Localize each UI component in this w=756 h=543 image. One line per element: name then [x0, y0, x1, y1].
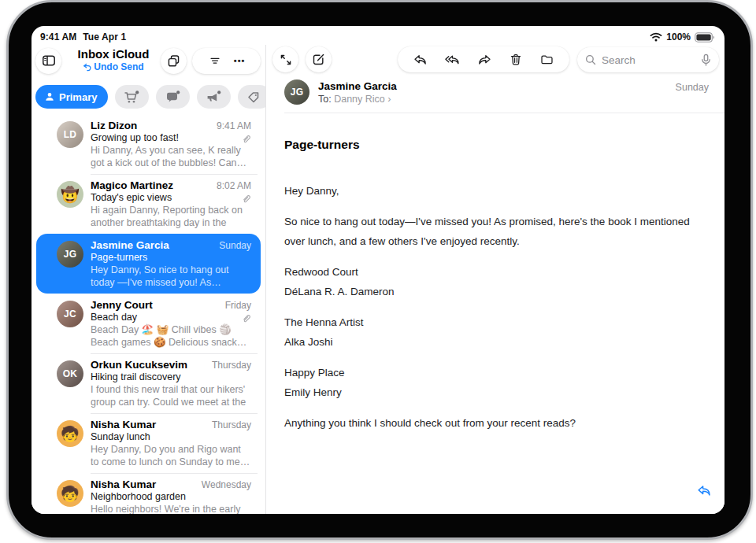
list-item[interactable]: LD Liz Dizon 9:41 AM Growing up too fast…: [36, 114, 261, 174]
avatar: 🤠: [57, 181, 83, 208]
list-item-subject: Sunday lunch: [91, 431, 251, 442]
tag-icon: [246, 90, 263, 105]
megaphone-icon: [206, 90, 222, 105]
body-paragraph: Anything you think I should check out fr…: [284, 413, 701, 433]
list-item-subject: Growing up too fast!: [91, 132, 251, 143]
category-chip-more[interactable]: [238, 85, 265, 109]
list-item-preview: Hey Danny, So nice to hang out today —I'…: [91, 264, 251, 289]
list-item-sender: Liz Dizon: [91, 120, 212, 131]
sidebar-toggle-button[interactable]: [35, 48, 61, 74]
category-chip-promotions[interactable]: [197, 85, 231, 109]
body-paragraph: Happy Place Emily Henry: [284, 363, 701, 402]
list-item-sender: Jasmine Garcia: [91, 239, 214, 251]
cart-icon: [124, 90, 140, 105]
sidebar-icon: [41, 53, 57, 68]
category-chips[interactable]: Primary: [35, 85, 265, 109]
to-label: To:: [318, 94, 332, 105]
list-item-sender: Orkun Kucuksevim: [91, 359, 207, 371]
reply-button[interactable]: [413, 52, 428, 67]
expand-button[interactable]: [272, 46, 298, 72]
body-paragraph: So nice to hang out today—I've missed yo…: [284, 212, 701, 251]
select-messages-button[interactable]: [161, 48, 187, 74]
chat-bubble-icon: [165, 90, 181, 105]
header-actions-pill: •••: [192, 48, 261, 74]
message-subject: Page-turners: [284, 138, 706, 152]
paperclip-icon: [242, 134, 250, 143]
message-header: JG Jasmine Garcia To: Danny Rico › Sunda…: [284, 79, 709, 105]
avatar: 🧒: [57, 480, 83, 507]
status-time: 9:41 AM: [40, 31, 76, 42]
list-item-preview: I found this new trail that our hikers' …: [91, 383, 251, 408]
copy-icon: [166, 54, 181, 68]
ipad-device-frame: 9:41 AMTue Apr 1 100%: [6, 0, 753, 540]
list-item[interactable]: 🧒 Nisha Kumar Wednesday Neighborhood gar…: [36, 473, 261, 514]
list-item-time: Thursday: [212, 419, 251, 430]
list-item-time: 9:41 AM: [217, 120, 251, 131]
battery-percent-label: 100%: [666, 31, 691, 42]
person-icon: [44, 91, 55, 102]
undo-send-label: Undo Send: [94, 61, 143, 72]
search-placeholder: Search: [602, 54, 695, 66]
reply-all-button[interactable]: [444, 52, 461, 67]
message-actions-pill: [398, 46, 569, 72]
message-toolbar: Search: [266, 46, 724, 73]
forward-button[interactable]: [477, 52, 492, 67]
list-item[interactable]: OK Orkun Kucuksevim Thursday Hiking trai…: [36, 353, 261, 413]
list-item-sender: Magico Martinez: [91, 179, 212, 191]
message-pane: Search JG Jasmine Garcia: [266, 45, 724, 514]
undo-icon: [83, 63, 91, 72]
message-body: Hey Danny, So nice to hang out today—I'v…: [284, 181, 701, 433]
compose-icon: [311, 52, 326, 67]
compose-button[interactable]: [306, 46, 332, 72]
list-item[interactable]: JG Jasmine Garcia Sunday Page-turners He…: [36, 234, 261, 294]
status-date: Tue Apr 1: [83, 31, 126, 42]
message-date: Sunday: [676, 82, 709, 93]
search-field[interactable]: Search: [577, 47, 719, 72]
body-paragraph: Hey Danny,: [284, 181, 701, 201]
mailbox-title: Inbox iCloud: [66, 47, 161, 61]
list-item-subject: Today's epic views: [91, 192, 251, 203]
category-chip-updates[interactable]: [156, 85, 190, 109]
status-time-date: 9:41 AMTue Apr 1: [40, 31, 132, 42]
quick-reply-button[interactable]: [696, 482, 712, 498]
email-list[interactable]: LD Liz Dizon 9:41 AM Growing up too fast…: [32, 114, 265, 514]
list-item-preview: Hey Danny, Do you and Rigo want to come …: [91, 443, 251, 468]
list-item-subject: Page-turners: [91, 252, 251, 263]
primary-chip-label: Primary: [59, 91, 97, 103]
list-item[interactable]: JC Jenny Court Friday Beach day Beach Da…: [36, 294, 261, 353]
body-paragraph: Redwood Court DéLana R. A. Dameron: [284, 262, 701, 301]
undo-send-button[interactable]: Undo Send: [83, 61, 143, 72]
avatar: JC: [57, 301, 83, 327]
paperclip-icon: [242, 313, 250, 323]
list-item-subject: Neighborhood garden: [91, 491, 251, 502]
status-bar: 9:41 AMTue Apr 1 100%: [32, 26, 724, 45]
avatar: LD: [57, 121, 83, 148]
avatar: OK: [57, 360, 83, 387]
folder-button[interactable]: [539, 53, 554, 67]
list-item-preview: Hello neighbors! We're in the early: [91, 503, 251, 514]
list-item-sender: Nisha Kumar: [91, 419, 207, 430]
filter-button[interactable]: [208, 54, 222, 68]
list-item-time: Thursday: [212, 360, 251, 371]
more-options-button[interactable]: •••: [234, 57, 246, 65]
sender-name: Jasmine Garcia: [318, 80, 667, 92]
category-chip-primary[interactable]: Primary: [35, 85, 108, 109]
list-item-time: Friday: [225, 300, 251, 311]
category-chip-transactions[interactable]: [115, 85, 149, 109]
list-item-preview: Hi again Danny, Reporting back on anothe…: [91, 204, 251, 229]
list-item-preview: Beach Day 🏖️ 🧺 Chill vibes 🏐 Beach games…: [91, 323, 251, 349]
recipient-line[interactable]: To: Danny Rico ›: [318, 94, 667, 105]
screen: 9:41 AMTue Apr 1 100%: [32, 26, 724, 514]
mailbox-header: Inbox iCloud Undo Send: [32, 46, 265, 76]
list-item[interactable]: 🧒 Nisha Kumar Thursday Sunday lunch Hey …: [36, 413, 261, 473]
page: 9:41 AMTue Apr 1 100%: [0, 0, 756, 543]
message-view: JG Jasmine Garcia To: Danny Rico › Sunda…: [266, 73, 724, 514]
sender-avatar: JG: [284, 79, 309, 105]
list-item-time: 8:02 AM: [217, 180, 251, 191]
trash-button[interactable]: [509, 52, 523, 67]
list-item-time: Sunday: [219, 240, 251, 251]
mic-icon[interactable]: [700, 54, 712, 67]
header-divider: [284, 113, 724, 113]
wifi-icon: [650, 32, 662, 42]
list-item[interactable]: 🤠 Magico Martinez 8:02 AM Today's epic v…: [36, 174, 261, 234]
